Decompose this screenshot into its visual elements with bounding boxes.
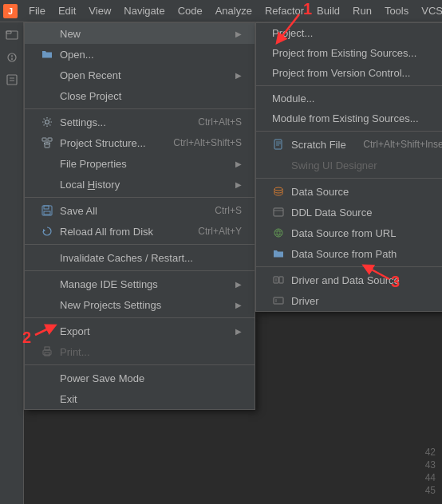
menubar-file[interactable]: File [22, 0, 52, 22]
menu-item-print[interactable]: Print... [25, 341, 255, 362]
menu-manage-ide-label: Manage IDE Settings [60, 278, 158, 290]
sidebar-project-icon[interactable] [2, 26, 22, 45]
submenu-module-existing-label: Module from Existing Sources... [272, 112, 419, 124]
submenu-url-source[interactable]: Data Source from URL [256, 222, 442, 243]
dropdown-container: New ▶ Open... Open [24, 22, 255, 410]
close-project-icon [41, 89, 53, 102]
svg-rect-2 [6, 31, 18, 39]
submenu-driver-source-label: Driver and Data Source [291, 274, 400, 286]
power-save-icon [41, 372, 53, 384]
local-history-arrow: ▶ [235, 180, 242, 189]
submenu-url-label: Data Source from URL [291, 227, 397, 239]
menubar-tools[interactable]: Tools [378, 0, 415, 22]
line-42: 42 [425, 447, 436, 458]
menu-local-history-label: Local History [60, 179, 120, 191]
submenu-project-existing-label: Project from Existing Sources... [272, 47, 416, 59]
menubar-code[interactable]: Code [172, 0, 209, 22]
menu-file-properties-label: File Properties [60, 158, 127, 170]
reload-icon [41, 225, 53, 238]
svg-point-10 [45, 120, 49, 124]
svg-rect-39 [274, 297, 283, 304]
sidebar [0, 22, 24, 504]
open-folder-icon [41, 48, 53, 61]
submenu-module[interactable]: Module... [256, 89, 442, 108]
menubar-view[interactable]: View [82, 0, 117, 22]
menu-item-close-project[interactable]: Close Project [25, 85, 255, 106]
new-arrow: ▶ [235, 30, 242, 38]
menubar-analyze[interactable]: Analyze [209, 0, 258, 22]
menu-item-save-all[interactable]: Save All Ctrl+S [25, 200, 255, 221]
submenu-data-source[interactable]: Data Source ▶ [256, 181, 442, 202]
separator-2 [25, 197, 255, 198]
print-icon [41, 345, 53, 358]
submenu-scratch-label: Scratch File [291, 139, 346, 151]
save-all-shortcut: Ctrl+S [215, 205, 242, 216]
menu-item-invalidate[interactable]: Invalidate Caches / Restart... [25, 247, 255, 268]
svg-point-29 [274, 187, 282, 191]
menubar-edit[interactable]: Edit [52, 0, 82, 22]
menu-export-label: Export [60, 325, 90, 337]
menubar-vcs[interactable]: VCS [415, 0, 442, 22]
main-area: New ▶ Open... Open [0, 22, 442, 504]
line-43: 43 [425, 459, 436, 471]
svg-rect-36 [279, 277, 283, 283]
svg-point-32 [274, 229, 282, 237]
exit-icon [41, 392, 53, 405]
submenu-module-existing[interactable]: Module from Existing Sources... [256, 108, 442, 128]
file-properties-icon [41, 157, 53, 170]
sidebar-icon-2[interactable] [2, 48, 22, 67]
reload-shortcut: Ctrl+Alt+Y [198, 226, 242, 237]
menu-item-file-properties[interactable]: File Properties ▶ [25, 153, 255, 174]
menu-item-power-save[interactable]: Power Save Mode [25, 368, 255, 388]
menu-item-open-recent[interactable]: Open Recent ▶ [25, 65, 255, 85]
separator-3 [25, 244, 255, 245]
menu-item-open[interactable]: Open... [25, 44, 255, 65]
menu-item-exit[interactable]: Exit [25, 388, 255, 409]
separator-4 [25, 270, 255, 271]
menu-item-settings[interactable]: Settings... Ctrl+Alt+S [25, 112, 255, 132]
export-icon [41, 325, 53, 337]
menubar-build[interactable]: Build [310, 0, 346, 22]
data-source-icon [272, 185, 285, 198]
svg-rect-20 [44, 211, 50, 215]
menu-item-new[interactable]: New ▶ [25, 23, 255, 44]
driver-source-icon [272, 274, 285, 286]
sidebar-icon-3[interactable] [2, 70, 22, 89]
submenu-driver[interactable]: Driver [256, 290, 442, 311]
menu-exit-label: Exit [60, 393, 77, 405]
submenu-ddl-source[interactable]: DDL Data Source [256, 202, 442, 222]
menu-power-save-label: Power Save Mode [60, 372, 144, 384]
submenu-project-label: Project... [272, 27, 313, 39]
menu-close-project-label: Close Project [60, 90, 121, 102]
menu-open-label: Open... [60, 49, 94, 61]
menu-item-manage-ide[interactable]: Manage IDE Settings ▶ [25, 274, 255, 294]
submenu-project-existing[interactable]: Project from Existing Sources... [256, 43, 442, 63]
submenu-scratch-file[interactable]: Scratch File Ctrl+Alt+Shift+Insert [256, 134, 442, 155]
menubar: J File Edit View Navigate Code Analyze R… [0, 0, 442, 22]
menu-item-reload[interactable]: Reload All from Disk Ctrl+Alt+Y [25, 221, 255, 242]
submenu-driver-source[interactable]: Driver and Data Source [256, 270, 442, 290]
submenu-module-label: Module... [272, 93, 314, 104]
menubar-refactor[interactable]: Refactor [258, 0, 310, 22]
submenu-path-source[interactable]: Data Source from Path [256, 243, 442, 264]
svg-rect-35 [274, 277, 278, 283]
menu-item-export[interactable]: Export ▶ [25, 321, 255, 341]
file-properties-arrow: ▶ [235, 159, 242, 168]
submenu-project[interactable]: Project... [256, 23, 442, 43]
submenu-sep-3 [256, 178, 442, 179]
menubar-run[interactable]: Run [346, 0, 378, 22]
menu-settings-label: Settings... [60, 116, 106, 128]
export-arrow: ▶ [235, 327, 242, 336]
menu-item-local-history[interactable]: Local History ▶ [25, 174, 255, 195]
new-projects-icon [41, 298, 53, 311]
menu-item-new-projects[interactable]: New Projects Settings ▶ [25, 294, 255, 315]
project-structure-shortcut: Ctrl+Alt+Shift+S [173, 137, 242, 148]
menubar-navigate[interactable]: Navigate [117, 0, 171, 22]
separator-6 [25, 364, 255, 365]
new-icon [41, 27, 53, 40]
menu-item-project-structure[interactable]: Project Structure... Ctrl+Alt+Shift+S [25, 132, 255, 153]
submenu-swing-ui[interactable]: Swing UI Designer ▶ [256, 155, 442, 175]
file-menu: New ▶ Open... Open [24, 22, 255, 410]
submenu-project-vcs[interactable]: Project from Version Control... [256, 63, 442, 83]
local-history-icon [41, 178, 53, 191]
